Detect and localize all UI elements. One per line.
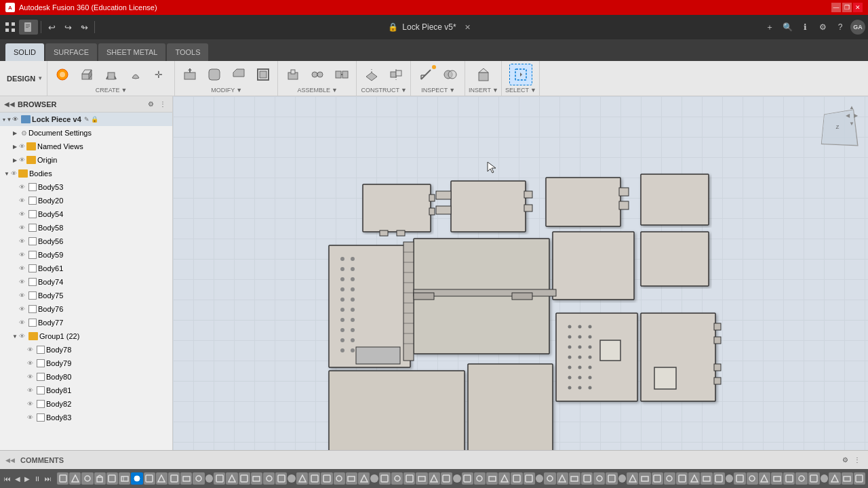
user-avatar[interactable]: GA (850, 20, 865, 35)
timeline-item-29[interactable] (429, 472, 440, 485)
timeline-marker-6[interactable] (618, 474, 626, 483)
timeline-item-11[interactable] (180, 472, 192, 485)
modify-label[interactable]: MODIFY ▼ (211, 87, 242, 94)
timeline-item-37[interactable] (544, 472, 555, 485)
timeline-item-42[interactable] (606, 472, 617, 485)
body59-eye-icon[interactable]: 👁 (19, 251, 27, 258)
maximize-button[interactable]: ❐ (842, 3, 852, 12)
timeline-item-35[interactable] (511, 472, 522, 485)
construct-label[interactable]: CONSTRUCT ▼ (361, 87, 406, 94)
bodies-eye-icon[interactable]: 👁 (11, 170, 17, 177)
assemble-label[interactable]: ASSEMBLE ▼ (297, 87, 337, 94)
body76-eye-icon[interactable]: 👁 (19, 306, 27, 312)
help-button[interactable]: ? (833, 20, 848, 35)
joint-button[interactable] (306, 64, 329, 85)
help-search-button[interactable]: 🔍 (780, 20, 795, 35)
timeline-item-25[interactable] (379, 472, 391, 485)
timeline-item-60[interactable] (854, 472, 865, 485)
extrude-button[interactable] (75, 64, 98, 85)
info-button[interactable]: ℹ (797, 20, 812, 35)
settings-button[interactable]: ⚙ (815, 20, 830, 35)
timeline-item-4[interactable] (94, 472, 106, 485)
body82-eye-icon[interactable]: 👁 (27, 401, 35, 407)
timeline-item-19[interactable] (296, 472, 308, 485)
viewcube-left-button[interactable]: ◀ (844, 111, 852, 119)
timeline-item-2[interactable] (69, 472, 81, 485)
timeline-item-46[interactable] (664, 472, 675, 485)
interference-button[interactable] (439, 64, 462, 85)
fillet-button[interactable] (203, 64, 226, 85)
timeline-play-button[interactable]: ▶ (23, 475, 31, 483)
timeline-item-17[interactable] (263, 472, 275, 485)
design-dropdown[interactable]: DESIGN ▼ (3, 61, 47, 96)
timeline-item-40[interactable] (581, 472, 593, 485)
status-expand-button[interactable]: ⋮ (852, 455, 863, 466)
body54-eye-icon[interactable]: 👁 (19, 211, 27, 218)
timeline-marker-1[interactable] (205, 474, 213, 483)
timeline-item-7[interactable] (131, 472, 142, 485)
timeline-item-41[interactable] (593, 472, 605, 485)
timeline-marker-7[interactable] (726, 474, 733, 483)
timeline-item-50[interactable] (713, 472, 725, 485)
timeline-item-26[interactable] (391, 472, 403, 485)
tab-sheet-metal[interactable]: SHEET METAL (98, 43, 165, 61)
inspect-label[interactable]: INSPECT ▼ (421, 87, 455, 94)
timeline-marker-5[interactable] (536, 474, 543, 483)
new-component-button[interactable] (281, 64, 304, 85)
chamfer-button[interactable] (227, 64, 250, 85)
timeline-marker-2[interactable] (288, 474, 295, 483)
midplane-button[interactable] (384, 64, 408, 85)
body74-eye-icon[interactable]: 👁 (19, 279, 27, 285)
timeline-item-30[interactable] (441, 472, 452, 485)
timeline-item-8[interactable] (144, 472, 155, 485)
timeline-item-1[interactable] (57, 472, 68, 485)
body56-eye-icon[interactable]: 👁 (19, 238, 27, 245)
tree-body74[interactable]: 👁 Body74 (0, 275, 172, 289)
tree-body56[interactable]: 👁 Body56 (0, 235, 172, 248)
body77-eye-icon[interactable]: 👁 (19, 319, 27, 326)
tree-body76[interactable]: 👁 Body76 (0, 302, 172, 316)
timeline-back-button[interactable]: ⏮ (3, 475, 12, 483)
body80-eye-icon[interactable]: 👁 (27, 373, 35, 380)
press-pull-button[interactable] (178, 64, 201, 85)
app-grid-icon[interactable] (3, 20, 18, 35)
body78-eye-icon[interactable]: 👁 (27, 346, 35, 353)
timeline-pause-button[interactable]: ⏸ (33, 475, 42, 483)
tree-body59[interactable]: 👁 Body59 (0, 248, 172, 262)
viewcube-up-button[interactable]: ▲ (848, 103, 856, 111)
timeline-item-27[interactable] (403, 472, 415, 485)
add-button[interactable]: ＋ (762, 20, 777, 35)
create-label[interactable]: CREATE ▼ (96, 87, 127, 94)
timeline-item-45[interactable] (652, 472, 663, 485)
body53-eye-icon[interactable]: 👁 (19, 184, 27, 190)
tree-body58[interactable]: 👁 Body58 (0, 221, 172, 235)
create-sketch-button[interactable] (51, 64, 74, 85)
timeline-item-9[interactable] (156, 472, 167, 485)
timeline-item-33[interactable] (486, 472, 498, 485)
viewcube-right-button[interactable]: ▶ (852, 111, 860, 119)
timeline-marker-3[interactable] (370, 474, 378, 483)
timeline-item-48[interactable] (688, 472, 700, 485)
browser-settings-button[interactable]: ⚙ (145, 99, 156, 110)
root-visibility-icon[interactable]: 👁 (12, 116, 18, 123)
tree-body81[interactable]: 👁 Body81 (0, 384, 172, 397)
timeline-item-23[interactable] (346, 472, 357, 485)
timeline-item-59[interactable] (842, 472, 853, 485)
collapse-status-icon[interactable]: ◀◀ (5, 457, 15, 464)
timeline-item-10[interactable] (168, 472, 180, 485)
timeline-item-39[interactable] (569, 472, 580, 485)
tree-body61[interactable]: 👁 Body61 (0, 262, 172, 275)
tree-body79[interactable]: 👁 Body79 (0, 357, 172, 370)
tree-bodies[interactable]: ▼ 👁 Bodies (0, 167, 172, 180)
timeline-item-54[interactable] (771, 472, 783, 485)
browser-expand-button[interactable]: ⋮ (157, 99, 168, 110)
timeline-item-32[interactable] (474, 472, 486, 485)
timeline-marker-8[interactable] (821, 474, 828, 483)
tree-body54[interactable]: 👁 Body54 (0, 207, 172, 221)
timeline-item-58[interactable] (829, 472, 840, 485)
body20-eye-icon[interactable]: 👁 (19, 197, 27, 204)
timeline-item-53[interactable] (759, 472, 770, 485)
undo-button[interactable]: ↩ (44, 20, 59, 35)
tree-named-views[interactable]: ▶ 👁 Named Views (0, 140, 172, 153)
body75-eye-icon[interactable]: 👁 (19, 292, 27, 299)
